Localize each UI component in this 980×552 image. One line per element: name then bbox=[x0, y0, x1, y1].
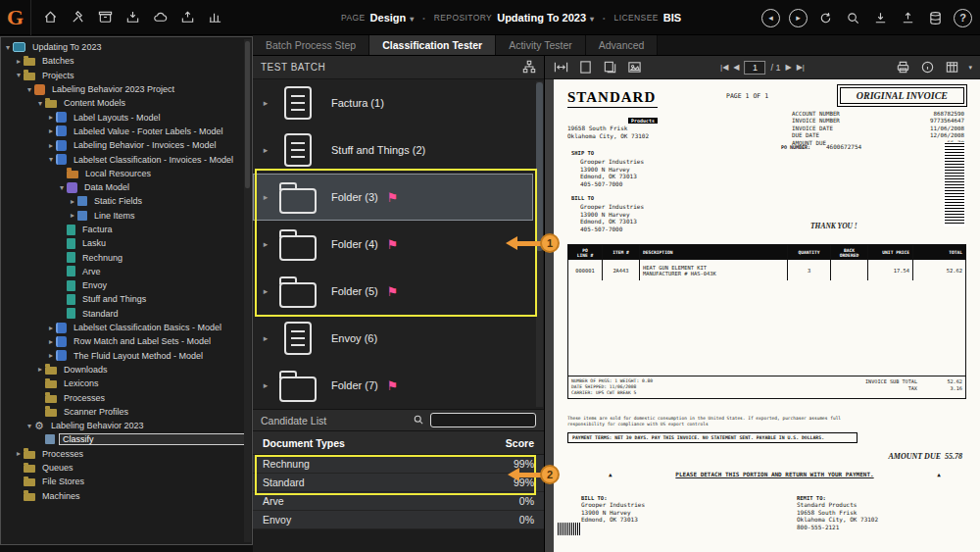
cloud-icon[interactable] bbox=[151, 8, 170, 26]
candidate-search-input[interactable] bbox=[430, 413, 536, 427]
tree-item-lasku[interactable]: Lasku bbox=[1, 236, 252, 250]
page-number-input[interactable] bbox=[744, 61, 765, 75]
tools-icon[interactable] bbox=[69, 8, 87, 26]
tree-item-file-stores[interactable]: File Stores bbox=[1, 475, 252, 488]
tree-item-projects[interactable]: ▾Projects bbox=[1, 69, 252, 82]
tree-item-downloads[interactable]: ▸Downloads bbox=[1, 363, 252, 376]
expander-icon[interactable]: ▾ bbox=[14, 71, 24, 79]
fit-width-icon[interactable] bbox=[553, 59, 569, 75]
view-options-icon[interactable] bbox=[944, 59, 960, 75]
import-box-icon[interactable] bbox=[123, 8, 142, 26]
expander-icon[interactable]: ▾ bbox=[24, 85, 34, 94]
page-selector[interactable]: Design bbox=[370, 12, 415, 24]
expander-icon[interactable]: ▸ bbox=[259, 192, 272, 202]
tree-item-labelset-classification-basics-model[interactable]: ▸Labelset Classification Basics - Model bbox=[1, 321, 252, 334]
tree-item-label-layouts-model[interactable]: ▸Label Layouts - Model bbox=[1, 110, 252, 124]
candidate-row-rechnung[interactable]: Rechnung99% bbox=[253, 455, 544, 474]
expander-icon[interactable]: ▾ bbox=[3, 43, 13, 52]
tree-item-processes[interactable]: Processes bbox=[1, 390, 252, 404]
tree-item-labeling-behavior-2023[interactable]: ▾Labeling Behavior 2023 bbox=[1, 419, 252, 432]
tree-item-local-resources[interactable]: Local Resources bbox=[1, 167, 252, 180]
tree-item-data-model[interactable]: ▾Data Model bbox=[1, 180, 252, 194]
refresh-icon[interactable] bbox=[816, 9, 835, 27]
last-page-icon[interactable] bbox=[797, 63, 805, 72]
expander-icon[interactable]: ▸ bbox=[259, 145, 272, 155]
candidate-row-standard[interactable]: Standard99% bbox=[253, 474, 544, 492]
batch-item-factura-1[interactable]: ▸Factura (1) bbox=[253, 79, 533, 126]
expander-icon[interactable]: ▸ bbox=[14, 449, 24, 458]
tree-item-content-models[interactable]: ▾Content Models bbox=[1, 96, 252, 110]
tree-item-factura[interactable]: Factura bbox=[1, 223, 252, 236]
tree-item-envoy[interactable]: Envoy bbox=[1, 278, 252, 292]
repository-selector[interactable]: Updating To 2023 bbox=[497, 12, 594, 24]
grooper-logo[interactable]: G bbox=[0, 0, 31, 35]
expander-icon[interactable]: ▸ bbox=[259, 380, 272, 390]
expander-icon[interactable]: ▾ bbox=[46, 155, 56, 164]
tree-item-lexicons[interactable]: Lexicons bbox=[1, 376, 252, 390]
tree-item-queues[interactable]: Queues bbox=[1, 461, 252, 475]
candidate-row-arve[interactable]: Arve0% bbox=[253, 492, 544, 511]
batch-item-envoy-6[interactable]: ▸Envoy (6) bbox=[253, 315, 533, 362]
hierarchy-view-icon[interactable] bbox=[522, 60, 536, 75]
database-icon[interactable] bbox=[926, 9, 945, 27]
expander-icon[interactable]: ▸ bbox=[259, 239, 272, 249]
home-icon[interactable] bbox=[41, 8, 60, 26]
tree-item-classify[interactable]: Classify bbox=[1, 432, 252, 446]
expander-icon[interactable]: ▾ bbox=[24, 422, 34, 430]
pages-icon[interactable] bbox=[602, 59, 618, 75]
batch-item-folder-3[interactable]: ▸Folder (3) bbox=[253, 174, 533, 221]
expander-icon[interactable]: ▸ bbox=[46, 337, 56, 346]
expander-icon[interactable]: ▾ bbox=[57, 183, 67, 192]
print-icon[interactable] bbox=[895, 59, 911, 75]
back-button[interactable] bbox=[761, 9, 780, 27]
tree-item-processes[interactable]: ▸Processes bbox=[1, 447, 252, 461]
tab-advanced[interactable]: Advanced bbox=[586, 35, 659, 55]
chevron-down-icon[interactable]: ▾ bbox=[968, 64, 972, 72]
expander-icon[interactable]: ▸ bbox=[259, 286, 272, 296]
expander-icon[interactable]: ▸ bbox=[46, 113, 56, 122]
export-box-icon[interactable] bbox=[178, 8, 197, 26]
expander-icon[interactable]: ▸ bbox=[46, 126, 56, 135]
tree-item-machines[interactable]: Machines bbox=[1, 489, 252, 503]
help-button[interactable] bbox=[954, 9, 972, 27]
search-icon[interactable] bbox=[413, 412, 424, 429]
tree-scrollbar[interactable] bbox=[244, 39, 251, 542]
tree-item-rechnung[interactable]: Rechnung bbox=[1, 250, 252, 264]
info-icon[interactable] bbox=[919, 59, 936, 75]
batch-item-folder-7[interactable]: ▸Folder (7) bbox=[253, 362, 533, 409]
tree-item-static-fields[interactable]: ▸Static Fields bbox=[1, 194, 252, 208]
stats-chart-icon[interactable] bbox=[206, 8, 224, 26]
expander-icon[interactable]: ▸ bbox=[14, 57, 24, 66]
candidate-row-envoy[interactable]: Envoy0% bbox=[253, 511, 544, 529]
tab-batch-process-step[interactable]: Batch Process Step bbox=[253, 35, 369, 55]
batch-item-folder-4[interactable]: ▸Folder (4) bbox=[253, 221, 533, 268]
tree-item-row-match-and-label-sets-model[interactable]: ▸Row Match and Label Sets - Model bbox=[1, 334, 252, 348]
tree-item-labelset-classification-invoices-model[interactable]: ▾Labelset Classification - Invoices - Mo… bbox=[1, 152, 252, 166]
tree-scrollbar-thumb[interactable] bbox=[245, 41, 250, 188]
tree-item-stuff-and-things[interactable]: Stuff and Things bbox=[1, 292, 252, 306]
first-page-icon[interactable] bbox=[720, 63, 728, 72]
document-area[interactable]: STANDARD Products PAGE 1 OF 1 ORIGINAL I… bbox=[545, 79, 980, 552]
tree-item-scanner-profiles[interactable]: Scanner Profiles bbox=[1, 405, 252, 419]
tab-activity-tester[interactable]: Activity Tester bbox=[496, 35, 586, 55]
expander-icon[interactable]: ▸ bbox=[46, 351, 56, 360]
tree-item-updating-to-2023[interactable]: ▾Updating To 2023 bbox=[1, 40, 252, 54]
batch-scrollbar-thumb[interactable] bbox=[536, 82, 543, 251]
expander-icon[interactable]: ▸ bbox=[259, 98, 272, 108]
archive-box-icon[interactable] bbox=[96, 8, 115, 26]
expander-icon[interactable]: ▸ bbox=[68, 211, 77, 220]
image-icon[interactable] bbox=[626, 59, 643, 75]
tree-item-labeling-behavior-2023-project[interactable]: ▾Labeling Behavior 2023 Project bbox=[1, 82, 252, 96]
tree-item-batches[interactable]: ▸Batches bbox=[1, 54, 252, 68]
tree-item-labeled-value-footer-labels-model[interactable]: ▸Labeled Value - Footer Labels - Model bbox=[1, 125, 252, 138]
search-icon[interactable] bbox=[844, 9, 862, 27]
batch-item-stuff-and-things-2[interactable]: ▸Stuff and Things (2) bbox=[253, 126, 533, 174]
download-icon[interactable] bbox=[871, 9, 890, 27]
batch-item-folder-5[interactable]: ▸Folder (5) bbox=[253, 268, 533, 315]
expander-icon[interactable]: ▸ bbox=[46, 324, 56, 332]
forward-button[interactable] bbox=[789, 9, 808, 27]
expander-icon[interactable]: ▸ bbox=[35, 365, 45, 374]
tab-classification-tester[interactable]: Classification Tester bbox=[369, 35, 496, 55]
tree-item-labeling-behavior-invoices-model[interactable]: ▸Labeling Behavior - Invoices - Model bbox=[1, 138, 252, 152]
tree-item-the-fluid-layout-method-model[interactable]: ▸The Fluid Layout Method - Model bbox=[1, 349, 252, 363]
